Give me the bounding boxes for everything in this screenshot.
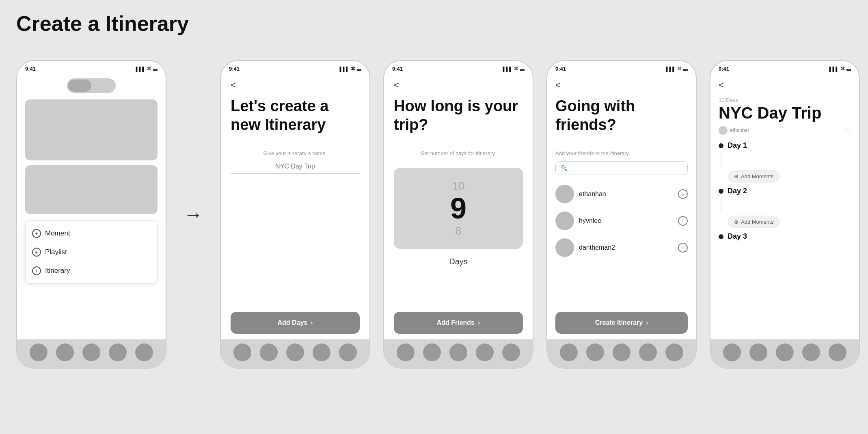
- friend-row-2: hyvnlee +: [555, 207, 688, 234]
- nav-dot-3-2[interactable]: [423, 343, 441, 361]
- day-bullet-2: [719, 189, 723, 194]
- friend-avatar-3: [555, 238, 574, 257]
- screens-row: 9:41 ▌▌▌ ⌘ ▬ + Moment: [16, 60, 852, 369]
- nav-dot-2-1[interactable]: [233, 343, 251, 361]
- itinerary-name-input[interactable]: [231, 160, 360, 174]
- page-title: Create a Itinerary: [16, 11, 852, 36]
- create-itinerary-button[interactable]: Create Itinerary ›: [555, 312, 688, 334]
- menu-item-moment[interactable]: + Moment: [26, 224, 157, 243]
- plus-icon-moment: +: [32, 229, 41, 238]
- phone-screen-2: 9:41 ▌▌▌ ⌘ ▬ < Let's create a new Itiner…: [220, 60, 370, 369]
- nav-dot-1[interactable]: [30, 343, 48, 361]
- days-above: 10: [452, 178, 464, 194]
- friend-name-2: hyvnlee: [579, 217, 673, 225]
- nav-dot-5[interactable]: [135, 343, 153, 361]
- phone-screen-4: 9:41 ▌▌▌ ⌘ ▬ < Going with friends? Add y…: [546, 60, 697, 369]
- status-icons-4: ▌▌▌ ⌘ ▬: [666, 66, 688, 71]
- toggle-pill[interactable]: [67, 78, 116, 93]
- nav-dot-3-5[interactable]: [502, 343, 520, 361]
- nav-dot-2-2[interactable]: [260, 343, 278, 361]
- plus-icon-playlist: +: [32, 248, 41, 257]
- nav-dot-2-3[interactable]: [286, 343, 304, 361]
- back-button-5[interactable]: <: [719, 80, 851, 91]
- add-friend-button-1[interactable]: +: [678, 189, 688, 199]
- add-friends-button[interactable]: Add Friends ›: [394, 312, 523, 334]
- battery-icon-5: ▬: [846, 67, 851, 71]
- back-button-2[interactable]: <: [231, 80, 360, 91]
- days-selected: 9: [450, 194, 466, 223]
- nav-dot-4-1[interactable]: [560, 343, 578, 361]
- back-button-3[interactable]: <: [394, 80, 523, 91]
- add-moments-button-2[interactable]: ⊕ Add Moments: [728, 216, 780, 228]
- day-section-1: Day 1 ⊕ Add Moments: [719, 141, 851, 183]
- author-name: ethanhar: [730, 127, 749, 133]
- friends-search-bar[interactable]: 🔍: [555, 161, 688, 175]
- days-picker[interactable]: 10 9 8: [394, 168, 523, 249]
- nav-dot-2-4[interactable]: [313, 343, 330, 361]
- nav-dot-3-3[interactable]: [449, 343, 467, 361]
- friend-row-3: dantheman2 +: [555, 234, 688, 261]
- nav-dot-2[interactable]: [56, 343, 74, 361]
- add-days-button[interactable]: Add Days ›: [231, 312, 360, 334]
- battery-icon-2: ▬: [357, 67, 361, 71]
- back-button-4[interactable]: <: [555, 80, 688, 91]
- phone-screen-5: 9:41 ▌▌▌ ⌘ ▬ < 10 Days NYC Day Trip etha…: [710, 60, 860, 369]
- nav-dot-2-5[interactable]: [339, 343, 357, 361]
- day-section-3: Day 3: [719, 232, 851, 243]
- nav-dot-3[interactable]: [82, 343, 100, 361]
- author-row: ethanhar ♡: [719, 126, 851, 135]
- status-icons-5: ▌▌▌ ⌘ ▬: [829, 66, 851, 71]
- add-friend-button-3[interactable]: +: [678, 243, 688, 253]
- nav-dot-3-4[interactable]: [476, 343, 494, 361]
- battery-icon-3: ▬: [520, 67, 525, 71]
- screen4-sublabel: Add your friends to the Itinerary.: [555, 150, 688, 156]
- nav-dot-4-4[interactable]: [639, 343, 657, 361]
- nav-dot-3-1[interactable]: [397, 343, 415, 361]
- author-info: ethanhar: [719, 126, 749, 135]
- status-icons-1: ▌▌▌ ⌘ ▬: [136, 66, 158, 71]
- screen4-heading: Going with friends?: [555, 97, 688, 134]
- screen5-content: < 10 Days NYC Day Trip ethanhar ♡ Day 1 …: [710, 74, 859, 339]
- add-moments-label-2: Add Moments: [741, 219, 773, 225]
- menu-item-playlist[interactable]: + Playlist: [26, 243, 157, 261]
- nav-dot-4[interactable]: [109, 343, 127, 361]
- toggle-left: [68, 80, 91, 92]
- add-days-chevron: ›: [311, 319, 313, 326]
- nav-dot-4-5[interactable]: [665, 343, 683, 361]
- nav-dot-5-2[interactable]: [749, 343, 767, 361]
- nav-dot-5-5[interactable]: [829, 343, 846, 361]
- status-bar-1: 9:41 ▌▌▌ ⌘ ▬: [17, 61, 166, 74]
- heart-icon[interactable]: ♡: [844, 126, 851, 135]
- author-avatar: [719, 126, 728, 135]
- signal-icon-1: ▌▌▌: [136, 67, 145, 71]
- wifi-icon-3: ⌘: [514, 66, 518, 71]
- menu-label-itinerary: Itinerary: [45, 267, 70, 275]
- nav-dot-5-3[interactable]: [776, 343, 794, 361]
- nav-dot-5-1[interactable]: [723, 343, 741, 361]
- add-moments-button-1[interactable]: ⊕ Add Moments: [728, 170, 780, 183]
- bottom-nav-1: [17, 339, 166, 368]
- toggle-bar: [25, 78, 158, 93]
- nav-dot-5-4[interactable]: [802, 343, 820, 361]
- status-bar-5: 9:41 ▌▌▌ ⌘ ▬: [710, 61, 859, 74]
- signal-icon-3: ▌▌▌: [503, 67, 512, 71]
- menu-item-itinerary[interactable]: + Itinerary: [26, 261, 157, 280]
- friend-avatar-2: [555, 212, 574, 230]
- nav-dot-4-3[interactable]: [613, 343, 630, 361]
- search-icon: 🔍: [561, 165, 568, 171]
- phone-screen-3: 9:41 ▌▌▌ ⌘ ▬ < How long is your trip? Se…: [383, 60, 533, 369]
- nav-dot-4-2[interactable]: [586, 343, 604, 361]
- wifi-icon-4: ⌘: [677, 66, 682, 71]
- day-bullet-3: [719, 234, 723, 239]
- add-friend-button-2[interactable]: +: [678, 216, 688, 226]
- screen2-content: < Let's create a new Itinerary Give your…: [221, 74, 369, 339]
- bottom-nav-4: [547, 339, 696, 368]
- status-bar-2: 9:41 ▌▌▌ ⌘ ▬: [221, 61, 369, 74]
- day-bullet-row-2: Day 2: [719, 187, 851, 195]
- add-moments-label-1: Add Moments: [741, 173, 773, 179]
- trip-title: NYC Day Trip: [719, 104, 851, 122]
- day-line-1: [721, 152, 721, 168]
- input-label-2: Give your Itinerary a name.: [231, 150, 360, 156]
- bottom-nav-3: [384, 339, 533, 368]
- friend-name-3: dantheman2: [579, 244, 673, 251]
